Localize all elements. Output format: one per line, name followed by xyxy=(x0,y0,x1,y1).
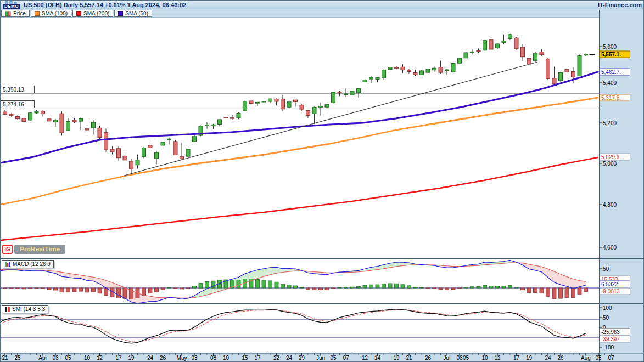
date-axis-label: 07 xyxy=(343,355,349,361)
legend-sma200[interactable]: SMA (200) xyxy=(72,10,113,17)
date-axis-label: 17 xyxy=(115,355,121,361)
date-axis-label: 17 xyxy=(254,355,260,361)
price-axis-tick: 5,200 xyxy=(603,120,617,126)
date-axis-label: Jul xyxy=(444,355,451,361)
date-axis-label: 05 xyxy=(463,355,469,361)
date-axis-label: 10 xyxy=(481,355,488,361)
date-axis-label: 12 xyxy=(362,355,368,361)
date-axis-label: Aug xyxy=(581,355,591,361)
date-axis-label: 26 xyxy=(160,355,166,361)
date-axis-label: 24 xyxy=(545,355,551,361)
date-axis-label: 14 xyxy=(374,355,380,361)
axis-value-tag: -25.963 xyxy=(600,329,630,336)
date-axis-label: 25 xyxy=(14,355,20,361)
axis-value-tag: 6.5322 xyxy=(600,281,630,288)
date-axis-label: 22 xyxy=(273,355,279,361)
date-axis-label: 17 xyxy=(513,355,519,361)
demo-badge: DEMO xyxy=(3,4,20,9)
date-axis-label: 12 xyxy=(494,355,500,361)
price-axis-tick: 5,400 xyxy=(603,80,617,86)
date-axis-label: 29 xyxy=(299,355,305,361)
date-axis-label: 03 xyxy=(191,355,197,361)
date-axis-label: 19 xyxy=(393,355,399,361)
date-axis-label: Jun xyxy=(316,355,325,361)
date-axis-label: 10 xyxy=(84,355,90,361)
price-axis-tick: 50 xyxy=(603,266,609,272)
sma200-swatch-icon xyxy=(76,11,81,16)
support-level-label[interactable]: 5,274.16 xyxy=(1,100,35,108)
date-axis-label: 26 xyxy=(425,355,431,361)
instrument-title: US 500 (DFB) Daily 5,557.14 +0.01% 1 Aug… xyxy=(24,2,186,8)
support-level-label[interactable]: 5,350.13 xyxy=(1,86,35,93)
date-axis-label: 07 xyxy=(608,355,614,361)
date-axis-label: 26 xyxy=(557,355,563,361)
prorealtime-logo: ProRealTime xyxy=(14,245,65,254)
date-axis-label: May xyxy=(177,355,187,361)
date-axis-label: 08 xyxy=(210,355,216,361)
smi-icon xyxy=(5,307,10,312)
price-candles-icon xyxy=(5,11,11,16)
axis-value-tag: 5,029.6. xyxy=(600,154,630,161)
date-axis-label: 05 xyxy=(330,355,336,361)
date-axis-label: 21 xyxy=(406,355,412,361)
axis-value-tag: 5,317.8. xyxy=(600,94,630,101)
date-axis-label: 21 xyxy=(2,355,8,361)
date-axis-label: 05 xyxy=(595,355,601,361)
date-axis-label: 10 xyxy=(223,355,229,361)
axis-value-tag: -39.397 xyxy=(600,336,630,343)
date-axis-label: 03 xyxy=(456,355,462,361)
prorealtime-chart-window: US 500 (DFB) Daily 5,557.14 +0.01% 1 Aug… xyxy=(0,0,644,362)
axis-value-tag: 5,557.1. xyxy=(600,51,630,58)
axis-value-tag: 5,462.7. xyxy=(600,69,630,76)
ig-logo: IG xyxy=(2,245,13,254)
sma100-swatch-icon xyxy=(35,11,40,16)
smi-indicator-label[interactable]: SMI (14 3 5 3 xyxy=(2,305,48,313)
date-axis-label: 19 xyxy=(128,355,134,361)
macd-label-text: MACD (12 26 9 xyxy=(13,261,51,267)
price-axis-tick: 5,600 xyxy=(603,44,617,50)
legend-sma100-label: SMA (100) xyxy=(42,10,68,16)
legend-row: Price SMA (100) SMA (200) SMA (50) xyxy=(1,10,599,18)
smi-label-text: SMI (14 3 5 3 xyxy=(12,306,45,312)
chart-canvas[interactable] xyxy=(1,1,644,362)
price-axis-tick: 50 xyxy=(603,315,609,321)
legend-sma50-label: SMA (50) xyxy=(125,10,148,16)
date-axis-label: 24 xyxy=(286,355,292,361)
macd-icon xyxy=(5,262,10,267)
price-axis-tick: 4,800 xyxy=(603,202,617,208)
price-axis-tick: -100 xyxy=(603,344,614,350)
date-axis-label: 19 xyxy=(526,355,532,361)
price-axis-tick: 4,600 xyxy=(603,245,617,251)
price-axis[interactable] xyxy=(599,10,644,353)
sma50-swatch-icon xyxy=(118,11,123,16)
legend-price-label: Price xyxy=(13,10,26,16)
legend-sma50[interactable]: SMA (50) xyxy=(114,10,152,17)
date-axis-label: 15 xyxy=(242,355,248,361)
legend-sma200-label: SMA (200) xyxy=(83,10,109,16)
date-axis-label: 05 xyxy=(65,355,71,361)
axis-value-tag: -9.0013 xyxy=(600,288,630,295)
legend-sma100[interactable]: SMA (100) xyxy=(31,10,71,17)
title-bar: US 500 (DFB) Daily 5,557.14 +0.01% 1 Aug… xyxy=(1,1,644,9)
legend-price[interactable]: Price xyxy=(1,10,30,17)
date-axis-label: Apr xyxy=(38,355,47,361)
date-axis-label: 24 xyxy=(147,355,153,361)
price-axis-tick: 100 xyxy=(603,305,612,311)
it-finance-brand: IT-Finance.com xyxy=(598,2,642,8)
date-axis-label: 03 xyxy=(52,355,58,361)
price-axis-tick: 5,000 xyxy=(603,161,617,167)
date-axis-label: 12 xyxy=(97,355,103,361)
macd-indicator-label[interactable]: MACD (12 26 9 xyxy=(2,260,54,268)
